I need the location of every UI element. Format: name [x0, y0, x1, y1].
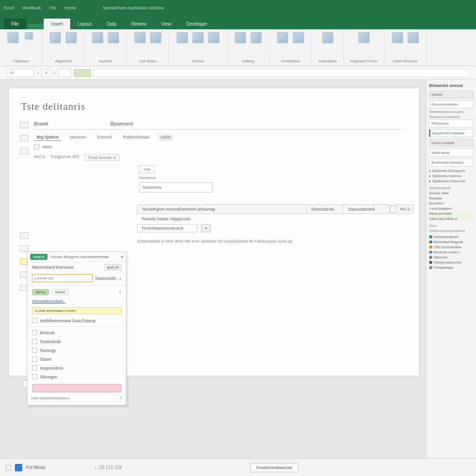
checkbox-icon[interactable]	[34, 144, 40, 150]
ribbon-button[interactable]	[107, 32, 120, 50]
popup-list-label: Silsungen	[40, 375, 57, 379]
popup-input-a[interactable]	[32, 274, 93, 282]
checkbox[interactable]	[32, 348, 37, 353]
ribbon-button[interactable]	[234, 32, 247, 50]
popup-action-bar[interactable]	[32, 384, 121, 392]
rail-icon[interactable]	[20, 232, 28, 239]
ribbon-button[interactable]	[407, 32, 420, 50]
chevron-left-icon[interactable]: ‹	[95, 465, 96, 470]
checkbox[interactable]	[32, 365, 37, 370]
field-tab[interactable]: Rathornbesad	[120, 134, 152, 141]
side-panel-item[interactable]: Rfortoonon	[429, 119, 473, 127]
popup-list-item[interactable]: Silsungen	[27, 372, 126, 381]
table-col[interactable]: Recatingran mowrafoartment arhaonag	[138, 205, 306, 213]
remove-icon	[408, 32, 419, 43]
popup-input-text[interactable]: Darenomith..	[95, 276, 121, 281]
ribbon-button[interactable]	[22, 32, 35, 50]
ribbon-button[interactable]	[176, 32, 189, 50]
ribbon-button[interactable]	[149, 32, 162, 50]
rail-icon[interactable]	[20, 148, 28, 154]
ribbon-button[interactable]	[65, 32, 78, 50]
popup-link[interactable]: Iutnonashoonlans..	[32, 299, 66, 304]
ribbon-tab-view[interactable]: View	[154, 19, 179, 29]
popup-list-item[interactable]: Sturengy	[27, 346, 126, 355]
formula-segment[interactable]	[58, 69, 71, 77]
popup-list-item[interactable]: Bmsoob	[27, 328, 126, 337]
list-item[interactable]: Sbisgondansodne	[429, 260, 473, 265]
field-tab[interactable]: Brg Spstros	[34, 134, 61, 141]
ribbon-button[interactable]	[276, 32, 289, 50]
table-col[interactable]: Sastchatrols..	[306, 205, 344, 213]
checkbox[interactable]	[32, 330, 37, 335]
popup-list-item[interactable]: Ksuprandnos	[27, 364, 126, 372]
list-item[interactable]: Bltersoer	[429, 255, 473, 260]
status-button[interactable]: Foode/cerdsaecres	[251, 463, 298, 472]
close-icon[interactable]: ▾	[121, 254, 123, 259]
ribbon-button[interactable]	[321, 32, 334, 50]
titlebar-item: Excel	[4, 6, 14, 10]
status-icon[interactable]	[6, 465, 11, 470]
ribbon-tab-developer[interactable]: Developer	[179, 19, 215, 29]
list-item[interactable]: ▸Gaskannor Doborcod	[429, 178, 473, 184]
ribbon-button[interactable]	[133, 32, 146, 50]
table-col[interactable]: Sapousatcank	[344, 205, 390, 213]
sort-icon[interactable]: ↕	[390, 206, 397, 212]
field-tab[interactable]: Enerord	[94, 134, 115, 141]
list-item[interactable]: Bisumoe cotoa o	[429, 250, 473, 255]
rail-icon[interactable]	[20, 245, 28, 252]
ribbon-button[interactable]	[357, 32, 370, 50]
ribbon-tab-color[interactable]	[28, 24, 44, 29]
ribbon-button[interactable]	[292, 32, 305, 50]
ribbon-tab-layout[interactable]: Layout	[70, 19, 99, 29]
popup-list-item[interactable]: Gbasn	[27, 355, 126, 364]
ribbon-tab-data[interactable]: Data	[99, 19, 124, 29]
rail-icon[interactable]	[20, 122, 28, 128]
fx-button[interactable]: fx	[41, 69, 51, 77]
popup-link-row[interactable]: Iutnonashoonlans..	[27, 297, 126, 305]
popup-row-suffix[interactable]: and on	[105, 264, 121, 271]
side-panel-item[interactable]: Ncbio etosd	[429, 149, 473, 157]
table-cell[interactable]: Tinchofatassotonacotod	[137, 224, 198, 232]
checkbox[interactable]	[32, 357, 37, 362]
formula-input[interactable]	[93, 69, 469, 77]
list-item[interactable]: Cikt Sorscrarssea	[429, 245, 473, 250]
status-left: Fol Moon	[6, 464, 46, 471]
side-panel-item-active[interactable]: Doconrt ors erentord	[429, 129, 473, 137]
ribbon-tab-review[interactable]: Review	[124, 19, 154, 29]
popup-footer: Hids oethanremisriatod ⤢	[27, 394, 126, 402]
side-panel-item[interactable]: Bruersoust monsube	[429, 159, 473, 166]
ribbon-button[interactable]	[192, 32, 205, 50]
side-input[interactable]: Samantea	[139, 182, 212, 192]
ribbon-button[interactable]	[7, 32, 20, 50]
popup-sub-badge-2[interactable]: radhid	[52, 289, 68, 295]
checkbox[interactable]	[32, 318, 37, 323]
mini-title-box[interactable]: Title	[139, 165, 155, 173]
list-item[interactable]: ▸Auhnmen Doorspons	[429, 168, 473, 173]
list-item[interactable]: ▸Splutonno bolnnoo	[429, 173, 473, 178]
checkbox[interactable]	[32, 374, 37, 379]
field-tab[interactable]: unlist	[158, 134, 173, 141]
rail-icon[interactable]	[20, 135, 28, 141]
ribbon-button[interactable]	[391, 32, 404, 50]
sub-line-box[interactable]: Prast Iuomer el	[85, 154, 119, 161]
checkbox[interactable]	[32, 339, 37, 344]
list-item[interactable]: Butondast thagone	[429, 239, 473, 245]
popup-highlight[interactable]: a shat ansestaard contin	[32, 307, 121, 314]
ribbon-tab-insert[interactable]: Insert	[44, 19, 70, 29]
ribbon-tab-file[interactable]: File	[4, 19, 26, 29]
ribbon-button[interactable]	[207, 32, 220, 50]
list-item[interactable]: Friesatekapo	[429, 265, 473, 270]
field-tab[interactable]: Ianuman	[67, 134, 89, 141]
popup-list-item[interactable]: Sootnotinsk	[27, 337, 126, 346]
ribbon-button[interactable]	[250, 32, 263, 50]
list-item[interactable]: sesostorinaciom	[429, 234, 473, 239]
list-item: Ribos tull Mdio	[429, 211, 473, 216]
chevron-down-icon[interactable]: ▾	[119, 290, 121, 295]
side-panel-item[interactable]: Gorononcocancn	[429, 100, 473, 108]
name-box[interactable]: A1	[7, 69, 34, 77]
side-panel-item[interactable]: Sbscs cobistbll	[429, 139, 473, 147]
expand-icon[interactable]: ⤢	[119, 396, 122, 400]
dropdown-button[interactable]: ▾	[201, 224, 211, 232]
ribbon-button[interactable]	[49, 32, 62, 50]
ribbon-button[interactable]	[91, 32, 104, 50]
